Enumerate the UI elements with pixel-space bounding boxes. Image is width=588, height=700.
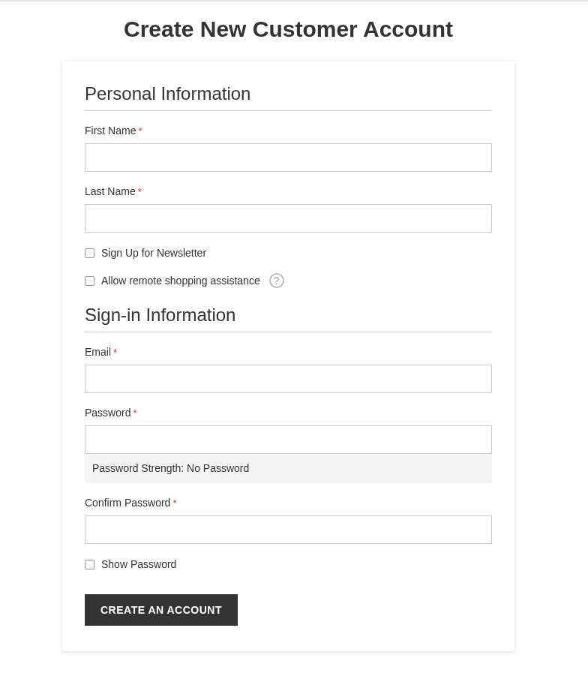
show-password-label[interactable]: Show Password (101, 558, 176, 570)
newsletter-row: Sign Up for Newsletter (85, 247, 492, 259)
confirm-password-input[interactable] (85, 515, 492, 544)
last-name-field: Last Name* (85, 185, 492, 233)
first-name-label: First Name* (85, 125, 492, 137)
create-account-button[interactable]: CREATE AN ACCOUNT (85, 594, 238, 626)
remote-assist-row: Allow remote shopping assistance ? (85, 273, 492, 288)
first-name-input[interactable] (85, 143, 492, 172)
signin-info-legend: Sign-in Information (85, 305, 492, 332)
required-asterisk: * (133, 407, 136, 419)
password-input[interactable] (85, 425, 492, 454)
password-strength-meter: Password Strength: No Password (85, 453, 492, 483)
first-name-label-text: First Name (85, 125, 136, 137)
newsletter-label[interactable]: Sign Up for Newsletter (101, 247, 206, 259)
password-label: Password* (85, 407, 492, 419)
password-field: Password* Password Strength: No Password (85, 407, 492, 483)
password-label-text: Password (85, 407, 130, 419)
show-password-checkbox[interactable] (85, 560, 94, 569)
required-asterisk: * (138, 125, 142, 137)
newsletter-checkbox[interactable] (85, 248, 94, 258)
email-label: Email* (85, 346, 492, 358)
last-name-label: Last Name* (85, 185, 492, 197)
show-password-row: Show Password (85, 558, 492, 570)
help-icon[interactable]: ? (269, 273, 284, 288)
last-name-input[interactable] (85, 204, 492, 233)
required-asterisk: * (138, 186, 142, 197)
page-title: Create New Customer Account (0, 17, 588, 42)
email-input[interactable] (85, 365, 492, 393)
required-asterisk: * (113, 347, 117, 358)
remote-assist-checkbox[interactable] (85, 276, 94, 286)
create-account-form: Personal Information First Name* Last Na… (62, 61, 514, 651)
first-name-field: First Name* (85, 125, 492, 172)
last-name-label-text: Last Name (85, 185, 136, 197)
personal-info-legend: Personal Information (85, 83, 492, 111)
remote-assist-label[interactable]: Allow remote shopping assistance (101, 275, 260, 287)
email-field: Email* (85, 346, 492, 393)
required-asterisk: * (172, 497, 176, 509)
password-strength-value: No Password (187, 462, 249, 474)
top-divider (0, 0, 588, 2)
confirm-password-label: Confirm Password* (85, 497, 492, 509)
password-strength-prefix: Password Strength: (92, 462, 187, 474)
confirm-password-label-text: Confirm Password (85, 497, 170, 509)
confirm-password-field: Confirm Password* (85, 497, 492, 544)
email-label-text: Email (85, 346, 111, 358)
